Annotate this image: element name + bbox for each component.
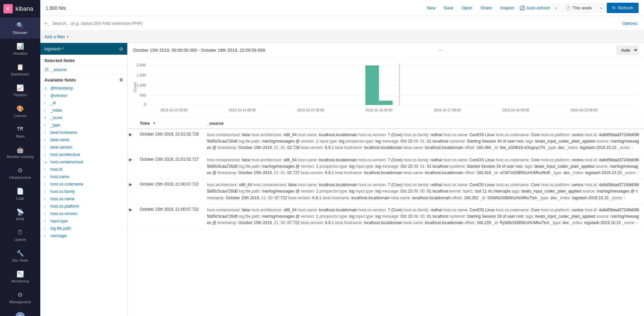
- field-host-os-platform[interactable]: t host.os.platform: [40, 203, 127, 210]
- svg-text:2019-10-13 08:00: 2019-10-13 08:00: [160, 108, 188, 112]
- svg-text:1,500: 1,500: [137, 73, 146, 77]
- sidebar-item-timelion[interactable]: 📈 Timelion: [0, 80, 40, 101]
- refresh-cycle-icon: 🔄: [519, 5, 525, 10]
- auto-refresh-button[interactable]: 🔄 Auto-refresh: [519, 5, 550, 10]
- field-host-name[interactable]: t host.name: [40, 173, 127, 180]
- time-cell: October 15th 2019, 21:01:02.728: [136, 129, 203, 154]
- host-arch-type-icon: t: [44, 153, 48, 157]
- time-cell: October 15th 2019, 21:00:07.722: [136, 179, 203, 204]
- sidebar-item-label: Uptime: [14, 238, 26, 242]
- logo-area[interactable]: K kibana: [0, 0, 40, 18]
- sidebar-item-label: Logs: [16, 196, 24, 200]
- search-input[interactable]: [52, 21, 617, 26]
- host-os-family-type-icon: t: [44, 190, 48, 194]
- options-button[interactable]: Options: [619, 19, 640, 27]
- field-message[interactable]: t message: [40, 232, 127, 240]
- svg-text:2019-10-15 08:00: 2019-10-15 08:00: [297, 108, 324, 112]
- sidebar-item-infrastructure[interactable]: ⚙ Infrastructure: [0, 163, 40, 183]
- auto-refresh-label: Auto-refresh: [526, 5, 550, 10]
- host-os-codename-type-icon: t: [44, 182, 48, 186]
- main-content: 1,900 hits New Save Open Share Inspect 🔄…: [40, 0, 644, 316]
- selected-field-source[interactable]: ? _source: [40, 65, 127, 74]
- sidebar-item-label: Dev Tools: [12, 258, 28, 262]
- sidebar-item-label: Monitoring: [11, 279, 29, 283]
- save-button[interactable]: Save: [441, 4, 456, 12]
- new-button[interactable]: New: [424, 4, 438, 12]
- field-host-os-codename[interactable]: t host.os.codename: [40, 180, 127, 188]
- expand-row-button[interactable]: ▶: [128, 129, 136, 154]
- field-host-id[interactable]: t host.id: [40, 166, 127, 173]
- available-fields-label: Available fields: [44, 77, 76, 83]
- svg-text:2019-10-18 08:00: 2019-10-18 08:00: [502, 108, 530, 112]
- gear-icon[interactable]: ⚙: [119, 77, 123, 83]
- sidebar-item-management[interactable]: ⚙ Management: [0, 287, 40, 308]
- table-row: ▶October 15th 2019, 21:01:02.727 host.co…: [128, 154, 644, 179]
- sidebar-item-discover[interactable]: 🔍 Discover: [0, 18, 40, 39]
- field-input-type[interactable]: t input.type: [40, 217, 127, 225]
- body-area: logstash-* ⊗ Selected fields ? _source A…: [40, 43, 644, 316]
- sidebar-item-default[interactable]: D Default: [0, 308, 40, 316]
- time-column-header[interactable]: Time ▼: [136, 118, 203, 129]
- results-table: Time ▼ _source ▶October 15th 2019, 21:01…: [128, 118, 644, 229]
- svg-text:Count: Count: [133, 82, 137, 92]
- field-host-architecture[interactable]: t host.architecture: [40, 151, 127, 158]
- source-column-header[interactable]: _source: [203, 118, 644, 129]
- sidebar-item-label: Timelion: [13, 93, 27, 97]
- field-beat-hostname[interactable]: t beat.hostname: [40, 129, 127, 136]
- available-fields-header: Available fields ⚙: [40, 74, 127, 85]
- field-host-containerized[interactable]: ⊙ host.containerized: [40, 158, 127, 166]
- discover-icon: 🔍: [16, 22, 24, 29]
- field-name-log-file-path: log.file.path: [50, 226, 71, 231]
- expand-row-button[interactable]: ▶: [128, 154, 136, 179]
- expand-row-button[interactable]: ▶: [128, 204, 136, 229]
- sidebar-item-monitoring[interactable]: 📉 Monitoring: [0, 266, 40, 287]
- sidebar-item-apm[interactable]: 📡 APM: [0, 204, 40, 225]
- interval-select[interactable]: Auto: [617, 46, 639, 55]
- sidebar-item-label: Discover: [13, 31, 28, 35]
- time-range-button[interactable]: 🕐 This week: [562, 4, 596, 12]
- field-host-os-version[interactable]: t host.os.version: [40, 210, 127, 217]
- sidebar-item-uptime[interactable]: ⏱ Uptime: [0, 225, 40, 246]
- field-timestamp[interactable]: ⊙ @timestamp: [40, 85, 127, 92]
- results-area[interactable]: Time ▼ _source ▶October 15th 2019, 21:01…: [128, 118, 644, 316]
- field-index[interactable]: t _index: [40, 107, 127, 114]
- inspect-button[interactable]: Inspect: [497, 4, 517, 12]
- time-next-button[interactable]: ›: [598, 4, 604, 12]
- apm-icon: 📡: [16, 208, 24, 216]
- sidebar-item-dashboard[interactable]: 📋 Dashboard: [0, 59, 40, 80]
- refresh-label: Refresh: [618, 5, 633, 10]
- expand-row-button[interactable]: ▶: [128, 179, 136, 204]
- field-name-input-type: input.type: [50, 219, 68, 223]
- table-header-row: Time ▼ _source: [128, 118, 644, 129]
- field-host-os-name[interactable]: t host.os.name: [40, 195, 127, 203]
- field-type[interactable]: t _type: [40, 121, 127, 129]
- sidebar-item-canvas[interactable]: 🎨 Canvas: [0, 101, 40, 122]
- sidebar-item-ml[interactable]: 🤖 Machine Learning: [0, 142, 40, 163]
- field-beat-name[interactable]: t beat.name: [40, 136, 127, 144]
- field-host-os-family[interactable]: t host.os.family: [40, 188, 127, 195]
- time-sort-icon: ▼: [152, 121, 156, 125]
- field-id[interactable]: t _id: [40, 99, 127, 107]
- open-button[interactable]: Open: [459, 4, 475, 12]
- field-name-beat-version: beat.version: [50, 145, 72, 150]
- field-version[interactable]: t @version: [40, 92, 127, 99]
- sidebar-item-logs[interactable]: 📄 Logs: [0, 183, 40, 204]
- field-score[interactable]: # _score: [40, 114, 127, 121]
- svg-text:2019-10-14 08:00: 2019-10-14 08:00: [229, 108, 256, 112]
- add-filter-button[interactable]: Add a filter +: [44, 34, 69, 39]
- share-button[interactable]: Share: [478, 4, 495, 12]
- svg-text:2019-10-16 08:00: 2019-10-16 08:00: [366, 108, 393, 112]
- management-icon: ⚙: [17, 291, 23, 299]
- sidebar-item-maps[interactable]: 🗺 Maps: [0, 122, 40, 142]
- sidebar-item-visualize[interactable]: 📊 Visualize: [0, 39, 40, 59]
- svg-text:2,000: 2,000: [137, 63, 146, 67]
- time-prev-button[interactable]: ‹: [553, 4, 559, 12]
- fields-sidebar: logstash-* ⊗ Selected fields ? _source A…: [40, 43, 128, 316]
- field-log-file-path[interactable]: t log.file.path: [40, 225, 127, 232]
- hits-count: 1,900 hits: [46, 5, 66, 11]
- index-pattern[interactable]: logstash-* ⊗: [40, 43, 127, 55]
- field-beat-version[interactable]: t beat.version: [40, 144, 127, 151]
- refresh-button[interactable]: ↻ Refresh: [607, 3, 639, 13]
- sidebar-item-devtools[interactable]: 🔧 Dev Tools: [0, 246, 40, 266]
- field-name-index: _index: [50, 108, 62, 113]
